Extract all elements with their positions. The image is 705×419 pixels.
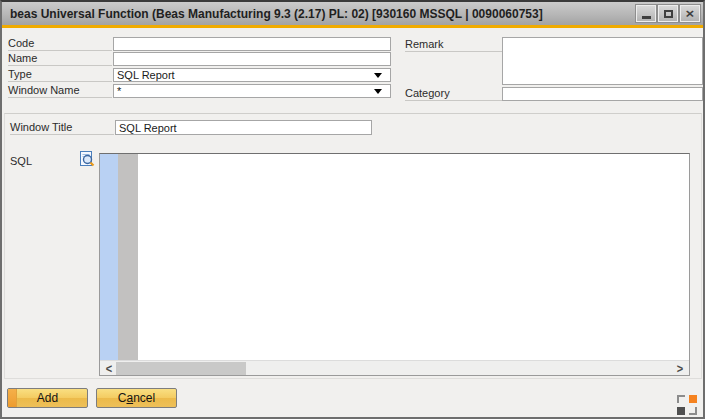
type-label: Type <box>8 68 112 82</box>
chevron-down-icon <box>374 73 382 78</box>
horizontal-scrollbar[interactable]: < > <box>100 360 689 375</box>
add-button-label: Add <box>37 391 58 405</box>
scrollbar-thumb[interactable] <box>116 362 246 375</box>
category-input[interactable] <box>502 87 703 101</box>
cancel-button[interactable]: Cancel <box>96 388 177 408</box>
scroll-left-icon[interactable]: < <box>102 360 116 377</box>
default-button-stripe <box>8 389 17 407</box>
category-label: Category <box>405 87 502 101</box>
type-dropdown-value: SQL Report <box>117 69 374 81</box>
window-title-text: beas Universal Function (Beas Manufactur… <box>10 7 543 21</box>
accent-line <box>2 25 703 28</box>
name-label: Name <box>8 52 112 66</box>
sql-label: SQL <box>10 155 70 169</box>
window-name-label: Window Name <box>8 84 112 98</box>
code-input[interactable] <box>113 37 391 51</box>
close-icon: × <box>686 7 695 20</box>
type-dropdown[interactable]: SQL Report <box>113 68 391 82</box>
scroll-right-icon[interactable]: > <box>673 360 687 377</box>
maximize-button[interactable] <box>658 5 678 22</box>
window-title-label: Window Title <box>10 121 114 135</box>
sql-editor-content[interactable] <box>100 154 689 360</box>
beas-universal-function-window: beas Universal Function (Beas Manufactur… <box>0 0 705 419</box>
window-name-dropdown-value: * <box>117 85 374 97</box>
cancel-label-post: ncel <box>133 391 155 405</box>
maximize-icon <box>664 10 673 18</box>
code-label: Code <box>8 37 112 51</box>
name-input[interactable] <box>113 52 391 66</box>
window-title-input[interactable] <box>115 120 372 135</box>
minimize-button[interactable] <box>636 5 656 22</box>
sql-preview-icon[interactable] <box>79 150 96 168</box>
chevron-down-icon <box>374 89 382 94</box>
beas-logo-icon <box>677 395 697 415</box>
editor-gutter <box>100 154 118 360</box>
editor-margin <box>118 154 138 360</box>
sql-editor[interactable]: < > <box>99 153 690 376</box>
add-button[interactable]: Add <box>7 388 88 408</box>
close-button[interactable]: × <box>680 5 700 22</box>
minimize-icon <box>642 16 651 19</box>
titlebar[interactable]: beas Universal Function (Beas Manufactur… <box>2 2 703 25</box>
remark-textarea[interactable] <box>502 37 703 85</box>
window-name-dropdown[interactable]: * <box>113 84 391 98</box>
remark-label: Remark <box>405 38 502 52</box>
